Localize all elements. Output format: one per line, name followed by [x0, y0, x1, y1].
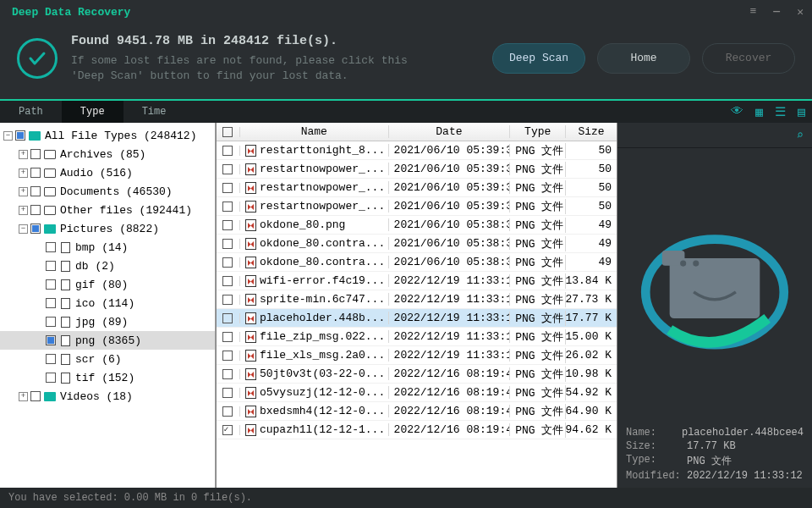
- search-icon[interactable]: ⌕: [797, 128, 804, 142]
- home-button[interactable]: Home: [597, 43, 690, 74]
- file-row[interactable]: cupazh1l(12-12-1...2022/12/16 08:19:41PN…: [217, 421, 617, 439]
- tab-time[interactable]: Time: [123, 101, 185, 123]
- file-icon: [245, 331, 256, 343]
- tree-jpg[interactable]: jpg (89): [0, 312, 215, 331]
- row-checkbox[interactable]: [222, 202, 233, 212]
- col-size[interactable]: Size: [566, 125, 617, 138]
- main-area: − All File Types (248412) + Archives (85…: [0, 123, 812, 494]
- file-row[interactable]: o5vysuzj(12-12-0...2022/12/16 08:19:41PN…: [217, 384, 617, 402]
- file-type: PNG 文件: [510, 255, 566, 270]
- file-row[interactable]: restartnowpower_...2021/06/10 05:39:34PN…: [217, 197, 617, 216]
- tree-tif[interactable]: tif (152): [0, 368, 215, 387]
- minimize-icon[interactable]: —: [773, 5, 780, 19]
- file-row[interactable]: restarttonight_8...2021/06/10 05:39:34PN…: [217, 141, 617, 160]
- tree-root[interactable]: − All File Types (248412): [0, 126, 215, 145]
- row-checkbox[interactable]: [222, 295, 233, 305]
- file-row[interactable]: okdone_80.contra...2021/06/10 05:38:34PN…: [217, 253, 617, 272]
- status-text: You have selected: 0.00 MB in 0 file(s).: [8, 492, 252, 504]
- row-checkbox[interactable]: [222, 164, 233, 174]
- row-checkbox[interactable]: [222, 146, 233, 156]
- tree-other[interactable]: + Other files (192441): [0, 201, 215, 219]
- tree-gif[interactable]: gif (80): [0, 275, 215, 294]
- file-row[interactable]: restartnowpower_...2021/06/10 05:39:34PN…: [217, 160, 617, 179]
- meta-name-key: Name:: [626, 427, 682, 439]
- detail-icon[interactable]: ▤: [798, 104, 805, 120]
- row-checkbox[interactable]: [222, 239, 233, 249]
- file-row[interactable]: sprite-min.6c747...2022/12/19 11:33:12PN…: [217, 290, 617, 309]
- tree-label: Other files (192441): [60, 204, 192, 217]
- menu-icon[interactable]: ≡: [750, 5, 757, 19]
- type-tree[interactable]: − All File Types (248412) + Archives (85…: [0, 123, 216, 494]
- close-icon[interactable]: ✕: [797, 5, 804, 19]
- tree-videos[interactable]: + Videos (18): [0, 387, 215, 406]
- view-toolbar: 👁 ▦ ☰ ▤: [731, 101, 805, 123]
- row-checkbox[interactable]: [222, 332, 233, 342]
- file-date: 2022/12/19 11:33:12: [389, 312, 511, 324]
- header-text: Found 9451.78 MB in 248412 file(s). If s…: [71, 32, 479, 84]
- file-type: PNG 文件: [510, 218, 566, 233]
- col-type[interactable]: Type: [510, 125, 566, 138]
- file-size: 64.90 K: [566, 405, 617, 417]
- row-checkbox[interactable]: [222, 425, 233, 435]
- row-checkbox[interactable]: [222, 257, 233, 268]
- file-name: placeholder.448b...: [260, 312, 385, 324]
- status-bar: You have selected: 0.00 MB in 0 file(s).: [0, 488, 812, 508]
- tree-audio[interactable]: + Audio (516): [0, 163, 215, 182]
- file-row[interactable]: 50jt0v3t(03-22-0...2022/12/16 08:19:41PN…: [217, 365, 617, 384]
- file-row[interactable]: file_zip_msg.022...2022/12/19 11:33:10PN…: [217, 328, 617, 346]
- file-row[interactable]: okdone_80.contra...2021/06/10 05:38:34PN…: [217, 235, 617, 253]
- tab-path[interactable]: Path: [0, 101, 62, 123]
- file-name: 50jt0v3t(03-22-0...: [260, 367, 385, 380]
- file-name: sprite-min.6c747...: [260, 293, 385, 306]
- row-checkbox[interactable]: [222, 388, 233, 398]
- row-checkbox[interactable]: [222, 406, 233, 417]
- col-checkbox[interactable]: [217, 127, 240, 137]
- header-buttons: Deep Scan Home Recover: [492, 43, 795, 74]
- tab-type[interactable]: Type: [62, 101, 123, 123]
- file-type: PNG 文件: [510, 273, 566, 289]
- eye-icon[interactable]: 👁: [731, 104, 743, 119]
- tree-archives[interactable]: + Archives (85): [0, 145, 215, 163]
- row-checkbox[interactable]: [222, 351, 233, 361]
- file-size: 13.84 K: [566, 274, 617, 287]
- row-checkbox[interactable]: [222, 220, 233, 230]
- tree-label: scr (6): [75, 353, 122, 366]
- recover-button[interactable]: Recover: [702, 43, 795, 74]
- col-name[interactable]: Name: [240, 125, 389, 138]
- file-type: PNG 文件: [510, 143, 566, 158]
- list-icon[interactable]: ☰: [775, 104, 786, 120]
- row-checkbox[interactable]: [222, 183, 233, 193]
- file-name: restartnowpower_...: [260, 200, 385, 213]
- titlebar: Deep Data Recovery ≡ — ✕: [0, 0, 812, 24]
- tree-pictures[interactable]: − Pictures (8822): [0, 219, 215, 238]
- file-type: PNG 文件: [510, 348, 566, 363]
- file-type: PNG 文件: [510, 311, 566, 326]
- tree-bmp[interactable]: bmp (14): [0, 238, 215, 257]
- file-row[interactable]: file_xls_msg.2a0...2022/12/19 11:33:10PN…: [217, 346, 617, 365]
- tree-ico[interactable]: ico (114): [0, 294, 215, 312]
- file-icon: [245, 294, 256, 306]
- file-name: okdone_80.contra...: [260, 237, 385, 250]
- file-row[interactable]: restartnowpower_...2021/06/10 05:39:34PN…: [217, 179, 617, 197]
- file-list-body[interactable]: restarttonight_8...2021/06/10 05:39:34PN…: [217, 141, 617, 494]
- file-size: 26.02 K: [566, 349, 617, 362]
- file-row[interactable]: wifi-error.f4c19...2022/12/19 11:33:12PN…: [217, 272, 617, 290]
- file-size: 10.98 K: [566, 367, 617, 380]
- meta-mod-key: Modified:: [626, 470, 687, 482]
- row-checkbox[interactable]: [222, 369, 233, 379]
- file-row[interactable]: bxedsmh4(12-12-0...2022/12/16 08:19:41PN…: [217, 402, 617, 421]
- file-row[interactable]: okdone_80.png2021/06/10 05:38:34PNG 文件49: [217, 216, 617, 235]
- tree-documents[interactable]: + Documents (46530): [0, 182, 215, 201]
- tree-png[interactable]: png (8365): [0, 331, 215, 350]
- tree-db[interactable]: db (2): [0, 257, 215, 275]
- deep-scan-button[interactable]: Deep Scan: [492, 43, 585, 74]
- row-checkbox[interactable]: [222, 276, 233, 286]
- tree-scr[interactable]: scr (6): [0, 350, 215, 368]
- search-bar: ⌕: [617, 123, 812, 148]
- file-row[interactable]: placeholder.448b...2022/12/19 11:33:12PN…: [217, 309, 617, 328]
- grid-icon[interactable]: ▦: [755, 104, 763, 120]
- file-icon: [245, 238, 256, 250]
- col-date[interactable]: Date: [389, 125, 511, 138]
- file-date: 2022/12/16 08:19:41: [389, 367, 511, 380]
- row-checkbox[interactable]: [222, 313, 233, 323]
